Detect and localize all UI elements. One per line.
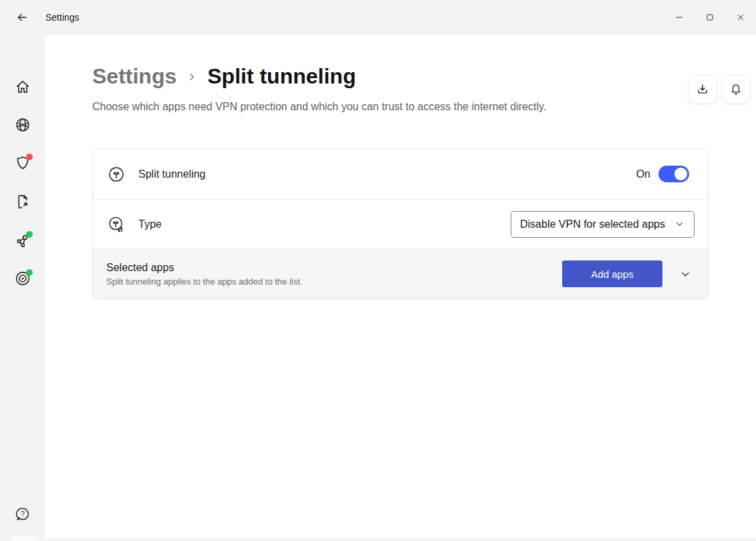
notification-badge xyxy=(26,154,33,160)
split-tunneling-toggle[interactable] xyxy=(658,166,689,182)
selected-apps-row: Selected apps Split tunneling applies to… xyxy=(93,248,708,299)
downloads-button[interactable] xyxy=(688,75,717,104)
help-bubble-icon: ? xyxy=(14,506,31,523)
toggle-state-label: On xyxy=(636,168,650,180)
titlebar: Settings xyxy=(0,0,756,35)
main-content: Settings Split tunneling Choose which ap… xyxy=(45,35,756,538)
toggle-group: On xyxy=(636,166,689,182)
network-nodes-icon xyxy=(14,232,31,249)
home-icon xyxy=(14,78,31,96)
breadcrumb: Settings Split tunneling xyxy=(92,64,356,89)
globe-icon xyxy=(14,116,31,134)
split-tunneling-label: Split tunneling xyxy=(138,168,206,180)
app-window: Settings xyxy=(0,0,756,541)
type-row: Type Disable VPN for selected apps xyxy=(93,199,708,248)
toggle-knob xyxy=(674,168,687,180)
type-label: Type xyxy=(138,218,162,230)
sidebar-item-browser[interactable] xyxy=(0,110,45,140)
maximize-icon xyxy=(705,12,715,23)
split-tunneling-icon xyxy=(108,166,125,183)
window-controls xyxy=(664,0,756,35)
bell-icon xyxy=(729,82,743,97)
sidebar-item-settings[interactable] xyxy=(8,535,40,541)
page-subtitle: Choose which apps need VPN protection an… xyxy=(92,101,546,113)
split-type-icon xyxy=(108,216,125,233)
maximize-button[interactable] xyxy=(695,0,725,35)
selected-apps-expander[interactable] xyxy=(677,266,693,282)
sidebar-item-help[interactable]: ? xyxy=(0,500,45,529)
download-icon xyxy=(695,82,710,97)
page-title: Split tunneling xyxy=(207,64,356,89)
sidebar-item-meshnet[interactable] xyxy=(0,226,45,255)
notifications-button[interactable] xyxy=(721,75,751,104)
minimize-button[interactable] xyxy=(664,0,695,35)
status-badge xyxy=(26,269,33,276)
shield-icon xyxy=(14,154,31,172)
sidebar-item-file-sharing[interactable] xyxy=(0,187,45,216)
sidebar-item-dedicated-ip[interactable] xyxy=(0,264,45,293)
sidebar-item-threat-protection[interactable] xyxy=(0,148,45,178)
selected-apps-title: Selected apps xyxy=(106,262,302,274)
arrow-left-icon xyxy=(16,11,28,23)
breadcrumb-parent[interactable]: Settings xyxy=(92,64,176,89)
svg-text:?: ? xyxy=(21,510,25,518)
selected-apps-description: Split tunneling applies to the apps adde… xyxy=(106,277,302,287)
chevron-right-icon xyxy=(187,72,197,81)
sidebar: ? xyxy=(0,35,45,541)
window-title: Settings xyxy=(45,12,80,23)
close-button[interactable] xyxy=(725,0,756,35)
split-tunneling-row: Split tunneling On xyxy=(93,149,708,199)
add-apps-button[interactable]: Add apps xyxy=(562,260,662,287)
sidebar-item-home[interactable] xyxy=(0,72,45,102)
header-actions xyxy=(688,75,751,104)
type-dropdown-value: Disable VPN for selected apps xyxy=(520,218,665,230)
chevron-down-icon xyxy=(674,219,684,229)
target-icon xyxy=(14,270,31,287)
file-share-icon xyxy=(14,193,31,210)
status-badge xyxy=(26,231,33,238)
close-icon xyxy=(735,12,746,23)
selected-apps-text: Selected apps Split tunneling applies to… xyxy=(106,262,302,287)
minimize-icon xyxy=(674,12,684,23)
back-button[interactable] xyxy=(9,5,35,29)
settings-card: Split tunneling On xyxy=(92,148,709,299)
type-dropdown[interactable]: Disable VPN for selected apps xyxy=(511,211,695,238)
chevron-down-icon xyxy=(680,268,691,280)
